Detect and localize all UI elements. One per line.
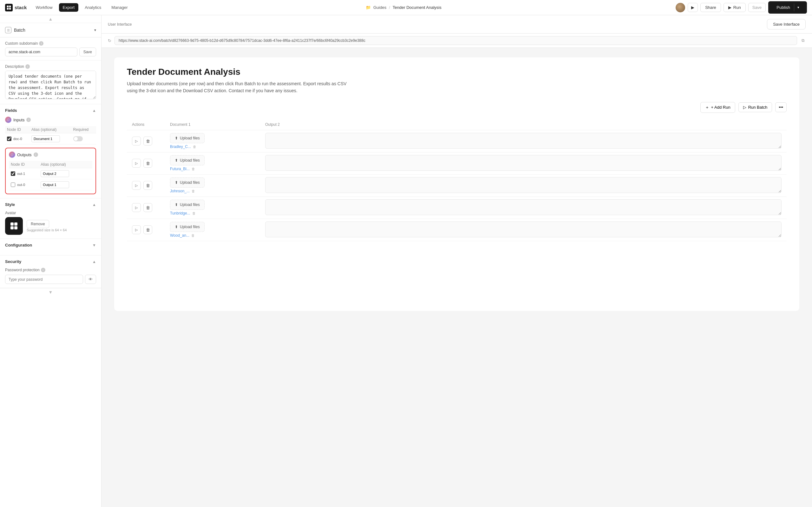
remove-avatar-button[interactable]: Remove	[27, 220, 49, 228]
copy-icon[interactable]: ⧉	[800, 37, 806, 44]
outputs-table: Node ID Alias (optional) out-1	[9, 161, 92, 190]
nav-manager[interactable]: Manager	[107, 3, 131, 12]
subdomain-input-row: Save	[5, 48, 96, 56]
outputs-info-icon[interactable]: i	[34, 153, 38, 157]
row-3-file-delete-icon[interactable]: 🗑	[192, 211, 196, 215]
row-2-delete-button[interactable]: 🗑	[143, 181, 152, 190]
breadcrumb-folder[interactable]: Guides	[373, 5, 386, 10]
subdomain-input[interactable]	[5, 48, 78, 56]
publish-button[interactable]: Publish	[773, 3, 794, 12]
batch-dropdown-arrow[interactable]: ▾	[94, 28, 96, 32]
row-3-delete-button[interactable]: 🗑	[143, 203, 152, 212]
password-row: 👁	[5, 275, 96, 284]
subdomain-info-icon[interactable]: i	[39, 41, 44, 46]
add-run-button[interactable]: ＋ + Add Run	[700, 102, 735, 113]
inputs-table: Node ID Alias (optional) Required doc-0	[5, 126, 96, 145]
save-interface-button[interactable]: Save Interface	[767, 19, 806, 30]
row-1-output-textarea[interactable]	[265, 155, 781, 171]
top-navigation: stack Workflow Export Analytics Manager …	[0, 0, 812, 15]
row-1-upload-button[interactable]: ⬆ Upload files	[170, 155, 205, 165]
row-1-file-delete-icon[interactable]: 🗑	[192, 167, 195, 171]
svg-rect-0	[7, 5, 9, 7]
row-3-output-textarea[interactable]	[265, 199, 781, 215]
outputs-alias-input-0[interactable]	[41, 170, 69, 177]
add-run-label: + Add Run	[711, 105, 730, 110]
row-0-play-button[interactable]: ▷	[132, 136, 141, 146]
outputs-checkbox-0[interactable]	[11, 171, 15, 176]
upload-icon: ⬆	[175, 225, 178, 229]
subdomain-section: Custom subdomain i Save	[0, 38, 101, 60]
url-bar: ↻ ⧉	[101, 34, 812, 48]
avatar-label: Avatar	[5, 211, 96, 215]
share-button[interactable]: Share	[700, 3, 721, 12]
password-toggle-visibility-button[interactable]: 👁	[85, 275, 96, 284]
svg-rect-5	[14, 222, 17, 226]
row-1-actions: ▷ 🗑	[127, 152, 165, 174]
row-2-output-textarea[interactable]	[265, 177, 781, 193]
outputs-alias-input-1[interactable]	[41, 181, 69, 188]
outputs-nodeid-0: out-1	[17, 172, 25, 176]
row-4-play-button[interactable]: ▷	[132, 225, 141, 234]
row-2-upload-button[interactable]: ⬆ Upload files	[170, 177, 205, 187]
nav-workflow[interactable]: Workflow	[32, 3, 56, 12]
app-preview-title: Tender Document Analysis	[127, 67, 786, 77]
row-1-play-button[interactable]: ▷	[132, 159, 141, 168]
run-batch-button[interactable]: ▷ Run Batch	[739, 102, 772, 112]
row-4-output-textarea[interactable]	[265, 222, 781, 237]
sidebar-scroll-top: ▲	[0, 15, 101, 23]
row-0-output-textarea[interactable]	[265, 133, 781, 149]
subdomain-save-button[interactable]: Save	[79, 48, 96, 56]
password-input[interactable]	[5, 275, 83, 284]
outputs-alias-cell-1	[39, 179, 92, 190]
content-toolbar: User Interface Save Interface	[101, 15, 812, 34]
avatar[interactable]	[676, 3, 685, 12]
more-options-button[interactable]: •••	[775, 102, 786, 112]
play-icon-button[interactable]: ▶	[688, 3, 698, 12]
fields-chevron-icon: ▲	[92, 108, 96, 113]
row-1-delete-button[interactable]: 🗑	[143, 159, 152, 168]
inputs-checkbox-0[interactable]	[7, 136, 11, 141]
outputs-header: ⬡ Outputs i	[9, 152, 92, 158]
user-interface-label: User Interface	[108, 22, 132, 26]
inputs-required-toggle-0[interactable]	[73, 136, 83, 141]
folder-icon: 📁	[366, 5, 371, 10]
save-button[interactable]: Save	[748, 3, 766, 12]
password-info-icon[interactable]: i	[41, 268, 45, 272]
nav-export[interactable]: Export	[59, 3, 79, 12]
outputs-box: ⬡ Outputs i Node ID Alias (optional)	[5, 148, 96, 194]
row-2-play-button[interactable]: ▷	[132, 181, 141, 190]
avatar-row: Remove Suggested size is 64 × 64	[5, 217, 96, 235]
outputs-checkbox-1[interactable]	[11, 182, 15, 187]
suggested-size-label: Suggested size is 64 × 64	[27, 228, 67, 232]
row-0-upload-button[interactable]: ⬆ Upload files	[170, 133, 205, 143]
row-4-delete-button[interactable]: 🗑	[143, 225, 152, 234]
row-4-file-delete-icon[interactable]: 🗑	[191, 233, 195, 237]
outputs-col-alias: Alias (optional)	[39, 161, 92, 168]
url-input[interactable]	[114, 36, 797, 45]
outputs-icon: ⬡	[9, 152, 15, 158]
inputs-info-icon[interactable]: i	[26, 118, 31, 122]
configuration-header[interactable]: Configuration ▼	[5, 243, 96, 247]
refresh-icon[interactable]: ↻	[108, 38, 111, 43]
row-4-upload-button[interactable]: ⬆ Upload files	[170, 222, 205, 232]
row-2-file-delete-icon[interactable]: 🗑	[192, 189, 195, 193]
fields-header[interactable]: Fields ▲	[5, 108, 96, 113]
run-button[interactable]: ▶Run	[723, 3, 746, 12]
row-3-output	[260, 196, 786, 219]
publish-dropdown-arrow[interactable]: ▾	[794, 3, 803, 11]
security-header[interactable]: Security ▲	[5, 259, 96, 264]
breadcrumb-separator: /	[389, 5, 390, 10]
row-3-upload-button[interactable]: ⬆ Upload files	[170, 200, 205, 210]
svg-rect-2	[7, 8, 9, 9]
inputs-alias-input-0[interactable]	[32, 135, 60, 142]
row-0-delete-button[interactable]: 🗑	[143, 136, 152, 146]
row-3-play-button[interactable]: ▷	[132, 203, 141, 212]
app-logo[interactable]: stack	[5, 4, 27, 11]
description-textarea[interactable]: Upload tender documents (one per row) an…	[5, 71, 96, 99]
configuration-section: Configuration ▼	[0, 239, 101, 256]
description-info-icon[interactable]: i	[26, 64, 30, 69]
nav-analytics[interactable]: Analytics	[81, 3, 105, 12]
row-0-file-delete-icon[interactable]: 🗑	[193, 145, 196, 149]
style-header[interactable]: Style ▲	[5, 202, 96, 207]
batch-icon: ☰	[5, 27, 11, 33]
